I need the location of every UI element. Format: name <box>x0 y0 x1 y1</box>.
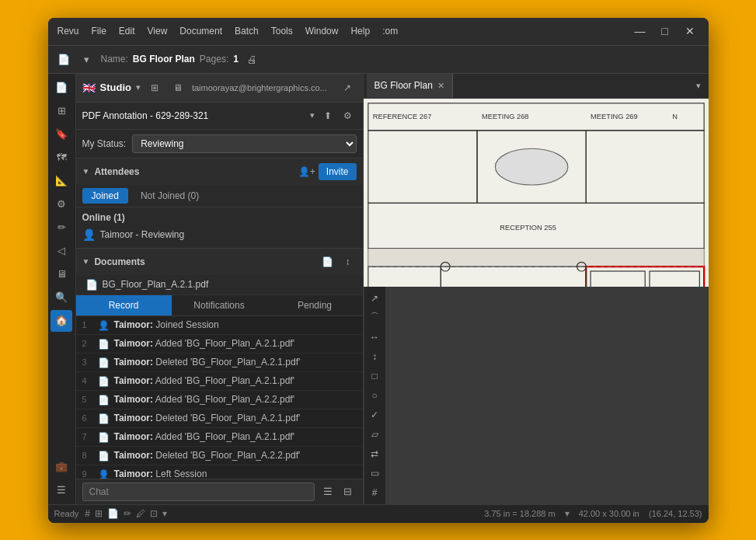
statusbar-measurements: 3.75 in = 18.288 m ▾ 42.00 x 30.00 in (1… <box>484 508 702 519</box>
documents-arrow-icon: ▼ <box>82 257 90 266</box>
chat-list-icon[interactable]: ☰ <box>319 483 336 500</box>
tool-vertical[interactable]: ↕ <box>366 348 383 365</box>
studio-panel: 🇬🇧 Studio ▾ ⊞ 🖥 taimoorayaz@brightergrap… <box>76 74 364 504</box>
menu-document[interactable]: Document <box>179 26 222 37</box>
window-controls: — □ ✕ <box>631 22 699 40</box>
tool-panel[interactable]: ▭ <box>366 465 383 482</box>
sort-document-icon[interactable]: ↕ <box>340 253 357 270</box>
pages-label: Pages: <box>200 54 228 64</box>
sidebar-icon-settings[interactable]: ⚙ <box>51 193 72 215</box>
record-type-icon: 📄 <box>98 376 110 387</box>
doc-tab-close-icon[interactable]: ✕ <box>437 81 444 91</box>
tool-parallelogram[interactable]: ▱ <box>366 426 383 443</box>
sidebar-icon-search[interactable]: 🔍 <box>51 287 72 308</box>
toolbar-page-icon[interactable]: 📄 <box>54 50 73 68</box>
record-username: Taimoor: <box>114 375 153 386</box>
studio-dropdown-arrow[interactable]: ▾ <box>136 82 141 92</box>
tab-pending[interactable]: Pending <box>267 295 363 315</box>
toolbar-print-icon[interactable]: 🖨 <box>243 50 262 68</box>
status-select[interactable]: Reviewing <box>132 134 356 153</box>
invite-button[interactable]: Invite <box>319 163 357 180</box>
minimize-button[interactable]: — <box>631 22 650 40</box>
chat-input[interactable] <box>82 483 315 501</box>
menu-window[interactable]: Window <box>305 26 339 37</box>
sidebar-icon-back[interactable]: ◁ <box>51 240 72 262</box>
doc-tab-dropdown-icon[interactable]: ▾ <box>692 81 705 91</box>
statusbar-arrow-icon[interactable]: ▾ <box>162 508 167 519</box>
sidebar-icon-studio[interactable]: 🏠 <box>51 310 72 332</box>
studio-external-link-icon[interactable]: ↗ <box>338 78 357 97</box>
statusbar-measure-icon[interactable]: ⊞ <box>95 508 103 519</box>
tool-arrow[interactable]: ↗ <box>366 290 383 307</box>
record-username: Taimoor: <box>114 394 153 405</box>
measurement-dropdown-icon[interactable]: ▾ <box>565 508 570 519</box>
tab-not-joined[interactable]: Not Joined (0) <box>131 188 208 204</box>
record-number: 4 <box>82 376 93 385</box>
attendees-tab-bar: Joined Not Joined (0) <box>76 185 363 207</box>
tool-swap[interactable]: ⇄ <box>366 445 383 462</box>
statusbar-icons: # ⊞ 📄 ✏ 🖊 ⊡ ▾ <box>85 508 167 519</box>
menu-tools[interactable]: Tools <box>271 26 293 37</box>
tool-curve[interactable]: ⌒ <box>366 309 383 326</box>
statusbar-doc-icon[interactable]: 📄 <box>107 508 119 519</box>
maximize-button[interactable]: □ <box>656 22 674 40</box>
add-person-icon[interactable]: 👤+ <box>298 163 315 180</box>
toolbar-dropdown-icon[interactable]: ▾ <box>78 50 96 68</box>
record-number: 1 <box>82 320 93 329</box>
statusbar-grid-icon[interactable]: # <box>85 508 90 519</box>
statusbar-markup-icon[interactable]: ✏ <box>124 508 131 519</box>
menu-view[interactable]: View <box>148 26 168 37</box>
document-file-icon: 📄 <box>85 279 98 291</box>
tab-record[interactable]: Record <box>76 295 172 315</box>
sidebar-icon-measure[interactable]: 📐 <box>51 170 72 192</box>
record-type-icon: 👤 <box>98 320 110 331</box>
statusbar-view-icon[interactable]: ⊡ <box>150 508 158 519</box>
tab-notifications[interactable]: Notifications <box>172 295 267 315</box>
document-view: BG Floor Plan ✕ ▾ REFERENCE 267 MEETING … <box>364 74 709 504</box>
svg-text:MEETING 269: MEETING 269 <box>591 112 638 120</box>
menu-extra[interactable]: :om <box>382 26 398 37</box>
sidebar-icon-briefcase[interactable]: 💼 <box>51 456 72 478</box>
menu-revu[interactable]: Revu <box>57 26 79 37</box>
record-type-icon: 📄 <box>98 413 110 424</box>
sidebar-icon-bookmark[interactable]: 🔖 <box>51 124 72 145</box>
menu-edit[interactable]: Edit <box>119 26 135 37</box>
tool-check[interactable]: ✓ <box>366 406 383 423</box>
sidebar-icon-monitor[interactable]: 🖥 <box>51 263 72 285</box>
session-settings-icon[interactable]: ⚙ <box>340 107 357 124</box>
studio-panel-icon[interactable]: ⊞ <box>145 78 164 97</box>
record-content: Taimoor: Deleted 'BG_Floor_Plan_A.2.1.pd… <box>114 357 357 368</box>
record-number: 3 <box>82 357 93 367</box>
close-button[interactable]: ✕ <box>681 22 699 40</box>
record-item: 6 📄 Taimoor: Deleted 'BG_Floor_Plan_A.2.… <box>76 409 363 428</box>
sidebar-icon-grid[interactable]: ⊞ <box>51 100 72 122</box>
tool-horizontal[interactable]: ↔ <box>366 329 383 346</box>
tool-rect[interactable]: □ <box>366 368 383 385</box>
add-document-icon[interactable]: 📄 <box>319 253 336 270</box>
toolbar-row: 📄 ▾ Name: BG Floor Plan Pages: 1 🖨 <box>48 46 709 74</box>
doc-tab-bgfloor[interactable]: BG Floor Plan ✕ <box>367 74 453 99</box>
sidebar-icon-markup[interactable]: ✏ <box>51 217 72 239</box>
session-upload-icon[interactable]: ⬆ <box>319 107 336 124</box>
sidebar-icon-map[interactable]: 🗺 <box>51 147 72 169</box>
documents-header[interactable]: ▼ Documents 📄 ↕ <box>76 248 363 275</box>
session-dropdown-arrow[interactable]: ▾ <box>310 110 315 120</box>
studio-label[interactable]: Studio <box>100 82 131 93</box>
record-number: 5 <box>82 395 93 404</box>
sidebar-icon-list[interactable]: ☰ <box>51 479 72 501</box>
tab-joined[interactable]: Joined <box>82 188 128 204</box>
attendees-header[interactable]: ▼ Attendees 👤+ Invite <box>76 159 363 185</box>
record-item: 5 📄 Taimoor: Added 'BG_Floor_Plan_A.2.2.… <box>76 391 363 409</box>
menu-help[interactable]: Help <box>350 26 370 37</box>
studio-monitor-icon[interactable]: 🖥 <box>169 78 187 97</box>
menu-batch[interactable]: Batch <box>235 26 259 37</box>
record-number: 7 <box>82 432 93 441</box>
tool-hash[interactable]: # <box>366 484 383 501</box>
tool-circle[interactable]: ○ <box>366 387 383 404</box>
sidebar-icon-page[interactable]: 📄 <box>51 77 72 99</box>
chat-filter-icon[interactable]: ⊟ <box>340 483 357 500</box>
record-content: Taimoor: Deleted 'BG_Floor_Plan_A.2.2.pd… <box>114 450 357 461</box>
menu-file[interactable]: File <box>92 26 106 37</box>
statusbar-pen-icon[interactable]: 🖊 <box>136 508 145 519</box>
record-content: Taimoor: Left Session <box>114 469 357 479</box>
